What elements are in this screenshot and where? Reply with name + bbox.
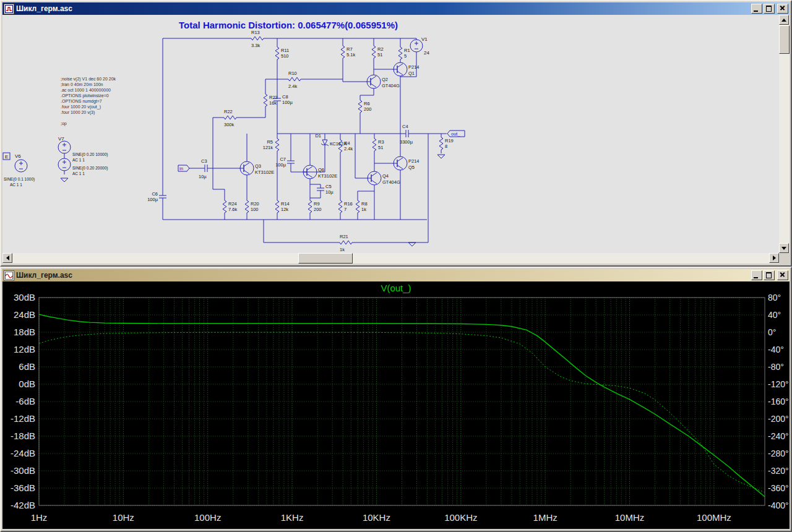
svg-text:1Hz: 1Hz <box>31 512 48 523</box>
scroll-down-button[interactable] <box>779 243 789 253</box>
source-V1[interactable] <box>410 40 423 52</box>
component-R10[interactable]: R102.4k <box>288 71 301 89</box>
svg-text:510: 510 <box>281 53 289 59</box>
ground-symbol <box>408 242 416 246</box>
waveform-titlebar[interactable]: Шикл_герм.asc <box>2 269 790 281</box>
schematic-canvas[interactable]: R133.3kR11510R75.1kR251R15R2316kR102.4kR… <box>2 15 779 253</box>
svg-text:6dB: 6dB <box>19 361 35 372</box>
component-C6[interactable]: C6100µ <box>147 191 166 202</box>
svg-text:-36dB: -36dB <box>11 483 35 493</box>
svg-text:10µ: 10µ <box>199 174 207 179</box>
horizontal-scroll-thumb[interactable] <box>298 253 353 264</box>
svg-text:100MHz: 100MHz <box>697 512 731 523</box>
component-R19[interactable]: R198 <box>439 137 454 150</box>
schematic-label: V7 <box>58 136 64 142</box>
horizontal-scrollbar[interactable] <box>2 253 779 264</box>
svg-text:R13: R13 <box>251 30 260 35</box>
component-Q4[interactable]: Q4GT404G <box>368 171 400 185</box>
schematic-titlebar[interactable]: Шикл_герм.asc <box>2 2 790 15</box>
svg-text:R14: R14 <box>281 201 290 207</box>
component-R7[interactable]: R75.1k <box>341 46 355 58</box>
component-R9[interactable]: R9200 <box>308 200 322 213</box>
svg-text:40°: 40° <box>768 310 781 320</box>
schematic-label: AC 1 1 <box>72 158 85 162</box>
close-button[interactable] <box>777 270 788 280</box>
component-R13[interactable]: R133.3k <box>251 30 264 48</box>
svg-text:-200°: -200° <box>768 414 789 424</box>
svg-text:2.4k: 2.4k <box>344 146 353 152</box>
component-C5[interactable]: C510µ <box>317 184 334 195</box>
svg-text:out_: out_ <box>451 131 460 137</box>
trace-label[interactable]: V(out_) <box>2 283 790 293</box>
component-C4[interactable]: C43300µ <box>400 124 413 145</box>
component-R23[interactable]: R2316k <box>264 94 278 106</box>
component-R21[interactable]: R211k <box>340 234 352 252</box>
net-flag-out_[interactable]: out_ <box>447 131 465 137</box>
waveform-window-title: Шикл_герм.asc <box>16 271 749 280</box>
component-R16[interactable]: R167 <box>338 200 353 213</box>
scroll-right-button[interactable] <box>769 253 779 263</box>
svg-text:Q6: Q6 <box>318 167 324 173</box>
vertical-scrollbar[interactable] <box>779 15 790 253</box>
component-R1[interactable]: R15 <box>398 47 410 59</box>
svg-text:100Hz: 100Hz <box>194 512 221 523</box>
component-C3[interactable]: C310µ <box>199 158 211 179</box>
svg-text:C5: C5 <box>325 184 332 189</box>
source-V7[interactable] <box>58 141 71 153</box>
component-R2[interactable]: R251 <box>372 46 384 58</box>
component-D1[interactable]: D1КС162А <box>315 133 346 150</box>
component-R22[interactable]: R22300k <box>224 109 236 127</box>
component-R24[interactable]: R247.6k <box>223 200 237 213</box>
component-R8[interactable]: R81k <box>356 200 368 213</box>
svg-text:-360°: -360° <box>768 483 789 493</box>
svg-text:-12dB: -12dB <box>11 413 35 424</box>
svg-text:10Hz: 10Hz <box>113 512 134 523</box>
svg-text:Q5: Q5 <box>408 165 415 170</box>
svg-text:1k: 1k <box>361 207 366 212</box>
svg-text:Q1: Q1 <box>408 71 415 76</box>
svg-text:-160°: -160° <box>768 397 789 406</box>
svg-text:KT3102E: KT3102E <box>255 169 274 175</box>
source-V6[interactable] <box>15 160 27 172</box>
svg-text:300k: 300k <box>224 122 235 127</box>
component-Q1[interactable]: P214Q1 <box>394 62 420 76</box>
svg-text:100µ: 100µ <box>147 197 158 202</box>
component-R5[interactable]: R5121k <box>263 139 279 151</box>
source-V7b[interactable] <box>58 158 71 171</box>
component-Q2[interactable]: Q2GT404G <box>367 75 400 88</box>
scroll-left-button[interactable] <box>2 253 12 263</box>
svg-text:C4: C4 <box>402 124 408 129</box>
svg-text:51: 51 <box>377 52 382 58</box>
svg-text:;noise v(2) V1 dec 60 20 20k: ;noise v(2) V1 dec 60 20 20k <box>61 77 116 82</box>
svg-text:200: 200 <box>364 106 372 112</box>
svg-text:R22: R22 <box>224 109 233 114</box>
svg-text:.four 1000 20 v(3): .four 1000 20 v(3) <box>61 110 95 115</box>
component-R20[interactable]: R20100 <box>245 200 259 213</box>
svg-text:121k: 121k <box>263 145 273 150</box>
scrollbar-corner <box>779 253 790 264</box>
svg-text:100µ: 100µ <box>275 162 286 168</box>
ground-symbol <box>61 178 68 182</box>
svg-text:12dB: 12dB <box>14 344 35 354</box>
minimize-button[interactable] <box>751 4 762 14</box>
component-R14[interactable]: R1412k <box>275 200 290 213</box>
scroll-up-button[interactable] <box>779 15 789 25</box>
svg-text:7.6k: 7.6k <box>228 207 237 212</box>
down-arrow-icon <box>781 247 786 250</box>
maximize-button[interactable] <box>764 270 775 280</box>
component-Q5[interactable]: P214Q5 <box>394 157 420 170</box>
svg-text:10KHz: 10KHz <box>363 512 390 523</box>
component-R3[interactable]: R351 <box>372 139 384 151</box>
bode-plot[interactable]: 30dB80°24dB40°18dB0°12dB-40°6dB-80°0dB-1… <box>2 281 790 529</box>
close-button[interactable] <box>777 4 788 14</box>
net-flag-in[interactable]: in <box>178 165 189 171</box>
spice-directives[interactable]: ;noise v(2) V1 dec 60 20 20k;tran 0 40m … <box>61 77 116 126</box>
component-R6[interactable]: R6200 <box>358 100 372 113</box>
component-C7[interactable]: C7100µ <box>275 157 295 168</box>
maximize-button[interactable] <box>764 4 775 14</box>
vertical-scroll-thumb[interactable] <box>779 25 790 54</box>
minimize-button[interactable] <box>751 270 762 280</box>
right-arrow-icon <box>773 255 776 260</box>
component-Q3[interactable]: Q3KT3102E <box>240 161 274 175</box>
component-R11[interactable]: R11510 <box>275 47 289 59</box>
